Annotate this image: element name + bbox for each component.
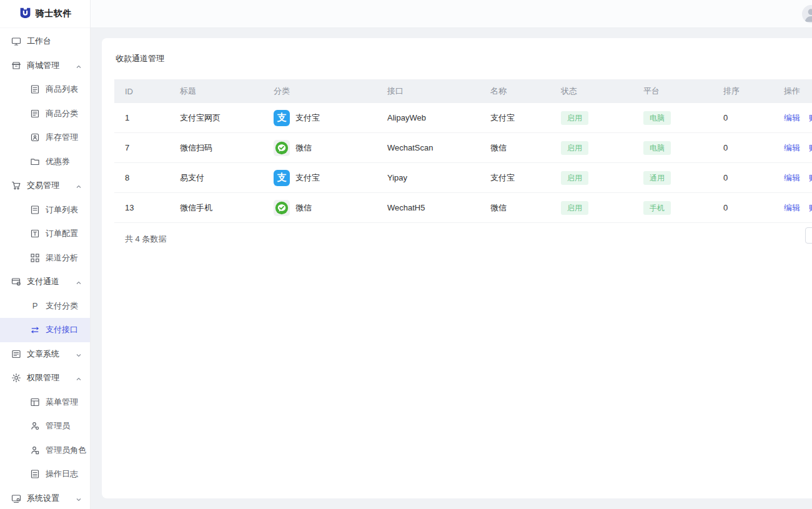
- cell-id: 1: [114, 113, 169, 122]
- edit-link[interactable]: 编辑: [784, 202, 800, 214]
- sidebar-item-menu-management[interactable]: 菜单管理: [0, 390, 90, 415]
- alipay-icon: 支: [274, 110, 290, 126]
- sidebar: 骑士软件 工作台 商城管理 商品列表: [0, 0, 91, 509]
- sidebar-item-label: 商品分类: [46, 108, 78, 119]
- sidebar-item-order-list[interactable]: 订单列表: [0, 198, 90, 222]
- col-header-interface: 接口: [377, 86, 480, 97]
- pagination-button[interactable]: [805, 227, 812, 244]
- platform-badge: 手机: [643, 201, 671, 215]
- platform-badge: 电脑: [643, 111, 671, 125]
- cell-category: 微信: [263, 140, 377, 156]
- sidebar-item-label: 管理员: [46, 420, 70, 432]
- cell-name: 支付宝: [480, 112, 550, 124]
- castle-logo-icon: [19, 6, 32, 21]
- sidebar-item-label: 工作台: [27, 36, 51, 47]
- total-count-text: 共 4 条数据: [125, 234, 166, 245]
- account-link[interactable]: 账号: [809, 172, 812, 184]
- edit-link[interactable]: 编辑: [784, 142, 800, 154]
- sidebar-item-label: 商品列表: [46, 84, 78, 95]
- sidebar-item-label: 文章系统: [27, 348, 59, 360]
- col-header-sort: 排序: [713, 86, 773, 97]
- sidebar-item-payment-interface[interactable]: 支付接口: [0, 318, 90, 342]
- status-badge: 启用: [561, 111, 588, 125]
- coupon-folder-icon: [30, 157, 40, 167]
- sidebar-item-admin[interactable]: 管理员: [0, 414, 90, 438]
- cell-title: 支付宝网页: [169, 112, 263, 124]
- edit-link[interactable]: 编辑: [784, 112, 800, 124]
- sidebar-item-workbench[interactable]: 工作台: [0, 29, 90, 54]
- sidebar-item-admin-role[interactable]: 管理员角色: [0, 438, 90, 463]
- sidebar-item-label: 菜单管理: [46, 397, 78, 408]
- table-footer: 共 4 条数据: [114, 223, 812, 255]
- sidebar-item-permission-management[interactable]: 权限管理: [0, 366, 90, 390]
- status-badge: 启用: [561, 171, 588, 185]
- sidebar-item-operation-log[interactable]: 操作日志: [0, 462, 90, 487]
- order-list-icon: [30, 205, 40, 215]
- goods-category-icon: [30, 109, 40, 119]
- account-link[interactable]: 账号: [809, 202, 812, 214]
- cell-operation: 编辑 账号: [773, 202, 812, 214]
- sidebar-item-label: 支付通道: [27, 276, 59, 287]
- sidebar-item-mall-management[interactable]: 商城管理: [0, 54, 90, 78]
- article-icon: [11, 349, 21, 359]
- sidebar-item-label: 系统设置: [27, 493, 59, 504]
- sidebar-item-goods-list[interactable]: 商品列表: [0, 77, 90, 102]
- cell-status: 启用: [550, 111, 633, 125]
- cell-platform: 电脑: [633, 141, 713, 155]
- table-row: 13 微信手机 微信 WechatH5 微信 启用: [114, 193, 812, 223]
- cell-platform: 通用: [633, 171, 713, 185]
- account-link[interactable]: 账号: [809, 112, 812, 124]
- edit-link[interactable]: 编辑: [784, 172, 800, 184]
- sidebar-item-channel-analysis[interactable]: 渠道分析: [0, 246, 90, 270]
- goods-list-icon: [30, 84, 40, 94]
- payment-channel-table: ID 标题 分类 接口 名称 状态 平台 排序 操作 1 支付宝网页 支 支付宝…: [114, 79, 812, 255]
- cell-sort: 0: [713, 143, 773, 152]
- cell-interface: AlipayWeb: [377, 113, 480, 122]
- platform-badge: 通用: [643, 171, 671, 185]
- chevron-down-icon[interactable]: [76, 495, 82, 505]
- user-avatar[interactable]: [802, 5, 812, 23]
- sidebar-item-label: 支付分类: [46, 300, 78, 312]
- table-row: 7 微信扫码 微信 WechatScan 微信 启用: [114, 133, 812, 163]
- sidebar-item-label: 交易管理: [27, 180, 59, 191]
- cell-interface: Yipay: [377, 173, 480, 182]
- sidebar-item-system-settings[interactable]: 系统设置: [0, 487, 90, 509]
- admin-person-icon: [30, 421, 40, 431]
- cell-operation: 编辑 账号: [773, 142, 812, 154]
- cell-sort: 0: [713, 173, 773, 182]
- sidebar-item-label: 优惠券: [46, 156, 70, 167]
- sidebar-item-trade-management[interactable]: 交易管理: [0, 174, 90, 198]
- cell-id: 7: [114, 143, 169, 152]
- sidebar-item-inventory[interactable]: 库存管理: [0, 126, 90, 150]
- page-title: 收款通道管理: [116, 53, 812, 64]
- sidebar-item-label: 支付接口: [46, 324, 78, 335]
- cell-id: 13: [114, 203, 169, 212]
- chevron-down-icon[interactable]: [76, 351, 82, 360]
- sidebar-item-order-config[interactable]: 订单配置: [0, 222, 90, 246]
- payment-card-icon: [11, 277, 21, 287]
- content-card: 收款通道管理 ID 标题 分类 接口 名称 状态 平台 排序 操作 1 支付宝网…: [102, 38, 812, 498]
- sidebar-item-article-system[interactable]: 文章系统: [0, 342, 90, 367]
- sidebar-item-payment-channel[interactable]: 支付通道: [0, 270, 90, 294]
- sidebar-item-goods-category[interactable]: 商品分类: [0, 102, 90, 126]
- sidebar-item-label: 订单列表: [46, 204, 78, 215]
- wechat-icon: [274, 140, 290, 156]
- chevron-up-icon[interactable]: [76, 279, 82, 288]
- cell-category: 微信: [263, 200, 377, 216]
- cell-title: 易支付: [169, 172, 263, 184]
- cell-platform: 电脑: [633, 111, 713, 125]
- app-logo[interactable]: 骑士软件: [0, 0, 90, 28]
- alipay-icon: 支: [274, 170, 290, 186]
- sidebar-menu: 工作台 商城管理 商品列表 商品分类: [0, 28, 90, 509]
- cell-title: 微信扫码: [169, 142, 263, 154]
- sidebar-item-coupon[interactable]: 优惠券: [0, 150, 90, 174]
- sidebar-item-label: 商城管理: [27, 60, 59, 71]
- sidebar-item-label: 操作日志: [46, 468, 78, 480]
- col-header-title: 标题: [169, 86, 263, 97]
- sidebar-item-payment-category[interactable]: P 支付分类: [0, 294, 90, 319]
- sidebar-item-label: 渠道分析: [46, 252, 78, 264]
- chevron-up-icon[interactable]: [76, 182, 82, 192]
- chevron-up-icon[interactable]: [76, 62, 82, 72]
- chevron-up-icon[interactable]: [76, 375, 82, 384]
- account-link[interactable]: 账号: [809, 142, 812, 154]
